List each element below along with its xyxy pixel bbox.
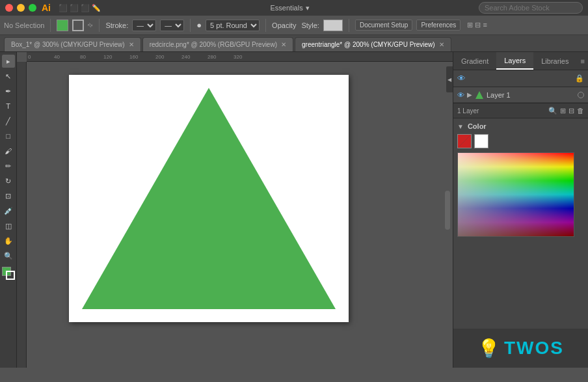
tab-box[interactable]: Box_1* @ 300% (CMYK/GPU Preview) ✕: [4, 37, 141, 51]
tab-close-greentriangle[interactable]: ✕: [439, 41, 444, 48]
rectangle-tool[interactable]: □: [2, 130, 15, 143]
title-center: Essentials ▾: [106, 4, 474, 12]
add-layer-icon[interactable]: ⊞: [560, 107, 566, 115]
tab-gradient[interactable]: Gradient: [453, 52, 496, 70]
delete-layer-icon[interactable]: 🗑: [577, 107, 584, 115]
horizontal-ruler: 0 40 80 120 160 200 240 280 320: [27, 52, 453, 62]
vertical-ruler: [17, 62, 27, 368]
spectrum-dark-overlay: [458, 153, 574, 236]
main-area: ▸ ↖ ✒ T ╱ □ 🖌 ✏ ↻ ⊡ 💉 ◫ ✋ 🔍 0 40 80 120 …: [0, 52, 588, 368]
color-spectrum[interactable]: [457, 152, 574, 237]
color-panel: ▼ Color: [453, 118, 588, 329]
svg-marker-0: [475, 91, 483, 99]
right-panel: ◀ Gradient Layers Libraries ≡ 👁 🔒 👁 ▶: [453, 52, 588, 368]
tab-libraries[interactable]: Libraries: [533, 52, 576, 70]
scale-tool[interactable]: ⊡: [2, 189, 15, 202]
layer-expand-arrow[interactable]: ▶: [467, 91, 472, 98]
stroke-label: Stroke:: [105, 21, 128, 29]
stroke-style-select[interactable]: —: [160, 20, 184, 31]
layer-action-icons: 🔍 ⊞ ⊟ 🗑: [548, 107, 584, 115]
layer-name: Layer 1: [487, 91, 575, 99]
close-button[interactable]: [5, 4, 13, 12]
panel-menu-icon[interactable]: ≡: [576, 57, 588, 65]
canvas-svg: [69, 75, 349, 322]
style-swatch[interactable]: [323, 20, 343, 31]
style-label: Style:: [301, 21, 319, 29]
color-panel-label: Color: [468, 122, 487, 130]
panel-tabs: Gradient Layers Libraries ≡: [453, 52, 588, 70]
search-stock-input[interactable]: [479, 2, 583, 14]
gradient-tool[interactable]: ◫: [2, 219, 15, 232]
search-layer-icon[interactable]: 🔍: [548, 107, 557, 115]
no-selection-label: No Selection: [4, 21, 44, 29]
tab-greentriangle[interactable]: greentriangle* @ 200% (CMYK/GPU Preview)…: [295, 37, 451, 51]
layer-target-circle[interactable]: [578, 92, 584, 98]
duplicate-layer-icon[interactable]: ⊟: [568, 107, 574, 115]
type-tool[interactable]: T: [2, 100, 15, 113]
layer-eye-icon[interactable]: 👁: [457, 91, 464, 99]
ai-logo: Ai: [42, 3, 51, 13]
canvas-area[interactable]: 0 40 80 120 160 200 240 280 320: [17, 52, 453, 368]
tab-close-box[interactable]: ✕: [129, 41, 134, 48]
title-bar: Ai ⬛ ⬛ ⬛ ✏️ Essentials ▾: [0, 0, 588, 16]
canvas-document[interactable]: [69, 75, 349, 322]
hand-tool[interactable]: ✋: [2, 234, 15, 247]
opacity-label: Opacity: [272, 21, 296, 29]
tab-redcircle[interactable]: redcircle.png* @ 200% (RGB/GPU Preview) …: [142, 37, 293, 51]
layer-count-bar: 1 Layer 🔍 ⊞ ⊟ 🗑: [453, 103, 588, 118]
green-triangle[interactable]: [82, 88, 336, 309]
vertical-scrollbar[interactable]: [445, 191, 450, 230]
arrange-icons[interactable]: ⊞ ⊟ ≡: [467, 21, 487, 29]
paintbrush-tool[interactable]: 🖌: [2, 144, 15, 157]
panel-collapse-button[interactable]: ◀: [446, 66, 453, 92]
color-panel-header: ▼ Color: [457, 122, 584, 130]
maximize-button[interactable]: [29, 4, 36, 12]
eyedropper-tool[interactable]: 💉: [2, 204, 15, 217]
workspace-switcher[interactable]: Essentials ▾: [271, 4, 310, 12]
tab-layers[interactable]: Layers: [496, 52, 533, 70]
fill-swatch-box[interactable]: [457, 134, 472, 148]
stroke-swatch-box[interactable]: [474, 134, 488, 148]
traffic-lights: [5, 4, 36, 12]
layer-thumbnail: [475, 90, 484, 100]
line-tool[interactable]: ╱: [2, 115, 15, 128]
app-icons: ⬛ ⬛ ⬛ ✏️: [59, 4, 101, 12]
stroke-color-swatch[interactable]: [72, 20, 84, 31]
rotate-tool[interactable]: ↻: [2, 174, 15, 187]
left-toolbar: ▸ ↖ ✒ T ╱ □ 🖌 ✏ ↻ ⊡ 💉 ◫ ✋ 🔍: [0, 52, 17, 368]
twos-bulb-icon: 💡: [477, 338, 500, 359]
layer-panel-icons: 👁 🔒: [453, 70, 588, 87]
preferences-button[interactable]: Preferences: [416, 20, 461, 31]
tab-close-redcircle[interactable]: ✕: [281, 41, 286, 48]
document-tabs: Box_1* @ 300% (CMYK/GPU Preview) ✕ redci…: [0, 35, 588, 52]
layer-lock-icon[interactable]: 🔒: [575, 74, 584, 83]
document-setup-button[interactable]: Document Setup: [355, 20, 413, 31]
main-toolbar: No Selection ⇄ Stroke: — — ● 5 pt. Round…: [0, 16, 588, 35]
minimize-button[interactable]: [17, 4, 25, 12]
fill-stroke-display[interactable]: [2, 267, 15, 280]
brush-size-icon: ●: [196, 20, 202, 30]
zoom-tool[interactable]: 🔍: [2, 249, 15, 262]
brush-size-select[interactable]: 5 pt. Round: [206, 20, 260, 31]
stroke-weight-select[interactable]: —: [132, 20, 156, 31]
selection-tool[interactable]: ▸: [2, 55, 15, 68]
layer-item-1[interactable]: 👁 ▶ Layer 1: [453, 87, 588, 103]
fill-color-swatch[interactable]: [57, 20, 68, 31]
layer-visibility-icon[interactable]: 👁: [457, 74, 466, 83]
layer-count-label: 1 Layer: [457, 107, 479, 115]
pencil-tool[interactable]: ✏: [2, 159, 15, 172]
direct-selection-tool[interactable]: ↖: [2, 70, 15, 83]
pen-tool[interactable]: ✒: [2, 85, 15, 98]
swap-colors-icon[interactable]: ⇄: [87, 21, 95, 29]
color-swatches-row: [457, 134, 584, 148]
twos-brand-text: TWOS: [504, 338, 564, 359]
color-panel-collapse-icon[interactable]: ▼: [457, 123, 464, 130]
watermark-area: 💡 TWOS: [453, 329, 588, 368]
